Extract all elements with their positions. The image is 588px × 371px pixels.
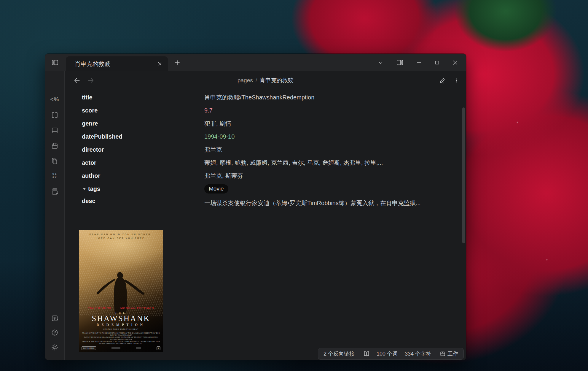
dock-item-safe[interactable]: [45, 314, 64, 322]
tab-menu-button[interactable]: [377, 59, 384, 66]
tab-title: 肖申克的救赎: [75, 60, 157, 68]
poster-rating-box: 1: [157, 346, 160, 350]
card-stack-plus-icon: [51, 188, 59, 196]
document-tab[interactable]: 肖申克的救赎: [66, 56, 168, 71]
attr-value[interactable]: 弗兰克, 斯蒂芬: [204, 172, 243, 180]
tag-movie[interactable]: Movie: [204, 184, 228, 194]
window-controls: [377, 54, 466, 71]
dock-item-calendar[interactable]: [45, 142, 64, 150]
attr-label[interactable]: title: [82, 94, 204, 101]
close-tab-button[interactable]: [157, 61, 162, 66]
dock-item-binary[interactable]: 0110: [45, 173, 64, 179]
attr-value[interactable]: 肖申克的救赎/TheShawshankRedemption: [204, 93, 314, 102]
attr-row-director: director 弗兰克: [82, 143, 457, 156]
toggle-dock-right-button[interactable]: [396, 58, 404, 66]
attr-value: Movie: [204, 184, 228, 194]
attr-value[interactable]: 犯罪, 剧情: [204, 120, 231, 128]
breadcrumb-item-current[interactable]: 肖申克的救赎: [260, 77, 294, 84]
dock-item-add-card[interactable]: [45, 188, 64, 196]
titlebar: 肖申克的救赎: [45, 54, 466, 71]
char-count: 334 个字符: [405, 350, 431, 357]
workspace-name: 工作: [447, 350, 458, 357]
open-book-icon: [363, 350, 370, 357]
attr-label[interactable]: director: [82, 146, 204, 153]
editor-area: pages / 肖申克的救赎: [65, 71, 466, 360]
help-icon: [51, 329, 59, 337]
toggle-dock-left-button[interactable]: [45, 54, 65, 71]
maximize-icon: [434, 60, 440, 66]
attr-value[interactable]: 弗兰克: [204, 146, 222, 154]
panel-left-icon: [51, 58, 59, 66]
workspace-layout-icon: [439, 351, 446, 357]
poster-title-sub: REDEMPTION: [79, 323, 163, 326]
template-icon: <%: [50, 96, 59, 103]
binary-icon: 0110: [52, 173, 57, 179]
poster-tagline-2: HOPE CAN SET YOU FREE.: [79, 237, 163, 240]
edit-mode-button[interactable]: [439, 77, 446, 84]
attribute-view: title 肖申克的救赎/TheShawshankRedemption scor…: [82, 91, 457, 208]
maximize-button[interactable]: [434, 60, 440, 66]
attr-row-datePublished: datePublished 1994-09-10: [82, 130, 457, 143]
attr-label[interactable]: score: [82, 107, 204, 114]
attr-row-genre: genre 犯罪, 剧情: [82, 117, 457, 130]
attr-value[interactable]: 9.7: [204, 107, 213, 114]
backlinks-panel-button[interactable]: [363, 350, 370, 357]
desktop-wallpaper: 肖申克的救赎: [0, 0, 588, 371]
minimize-button[interactable]: [416, 59, 422, 66]
breadcrumb: pages / 肖申克的救赎: [65, 71, 466, 90]
plus-icon: [174, 59, 181, 66]
attr-value[interactable]: 1994-09-10: [204, 133, 235, 140]
attr-label[interactable]: desc: [82, 195, 204, 204]
attr-label[interactable]: datePublished: [82, 133, 204, 140]
calendar-icon: [51, 142, 59, 150]
close-window-button[interactable]: [452, 59, 458, 66]
dock-item-help[interactable]: [45, 329, 64, 337]
attr-value[interactable]: 一场谋杀案使银行家安迪（蒂姆•罗宾斯TimRobbins饰）蒙冤入狱，在肖申克监…: [204, 195, 421, 208]
attr-label[interactable]: genre: [82, 120, 204, 127]
pages-icon: [51, 157, 59, 165]
breadcrumb-separator: /: [256, 77, 257, 84]
attr-row-author: author 弗兰克, 斯蒂芬: [82, 169, 457, 182]
attr-row-score: score 9.7: [82, 104, 457, 117]
attr-row-tags: tags Movie: [82, 182, 457, 195]
status-bar: 2 个反向链接 100 个词 334 个字符 工作: [318, 348, 464, 360]
poster-logos: CASTLEROCK 1: [79, 346, 163, 350]
left-dock: <%: [45, 71, 65, 360]
poster-actor-left: TIM ROBBINS: [88, 306, 111, 310]
attr-label[interactable]: actor: [82, 159, 204, 166]
safe-icon: [51, 314, 59, 322]
tags-collapse-toggle[interactable]: tags: [82, 186, 204, 192]
dock-item-brackets[interactable]: [45, 111, 64, 119]
poster-logo-slab: [136, 347, 141, 349]
attr-label: tags: [88, 186, 100, 192]
poster-credits: FRANK DARABONT TIM ROBBINS MORGAN FREEMA…: [81, 332, 161, 345]
poster-studio: CASTLE ROCK ENTERTAINMENT: [79, 328, 163, 330]
dock-item-book[interactable]: [45, 126, 64, 134]
vertical-scrollbar[interactable]: [462, 107, 465, 243]
panel-right-icon: [396, 58, 404, 66]
app-window: 肖申克的救赎: [45, 54, 466, 360]
breadcrumb-bar: pages / 肖申克的救赎: [65, 71, 466, 90]
dock-item-template[interactable]: <%: [45, 96, 64, 103]
doc-actions: [439, 71, 460, 90]
backlinks-count[interactable]: 2 个反向链接: [324, 350, 355, 357]
minimize-icon: [416, 59, 422, 66]
attr-label[interactable]: author: [82, 172, 204, 179]
breadcrumb-item-pages[interactable]: pages: [238, 77, 253, 84]
poster-billing-block: TIM ROBBINS MORGAN FREEMAN THE SHAWSHANK…: [79, 306, 163, 350]
poster-actor-right: MORGAN FREEMAN: [120, 306, 154, 310]
dock-item-settings[interactable]: [45, 343, 64, 351]
poster-tagline-1: FEAR CAN HOLD YOU PRISONER.: [79, 233, 163, 236]
attr-value[interactable]: 蒂姆, 摩根, 鲍勃, 威廉姆, 克兰西, 吉尔, 马克, 詹姆斯, 杰弗里, …: [204, 159, 383, 167]
attr-row-desc: desc 一场谋杀案使银行家安迪（蒂姆•罗宾斯TimRobbins饰）蒙冤入狱，…: [82, 195, 457, 208]
new-tab-button[interactable]: [174, 54, 181, 71]
gear-icon: [51, 343, 59, 351]
close-icon: [157, 61, 162, 66]
movie-poster-image[interactable]: FEAR CAN HOLD YOU PRISONER. HOPE CAN SET…: [79, 230, 163, 352]
workspace-switcher[interactable]: 工作: [439, 350, 458, 357]
more-menu-button[interactable]: [453, 77, 460, 84]
dock-item-copies[interactable]: [45, 157, 64, 165]
pencil-icon: [439, 77, 446, 84]
attr-row-actor: actor 蒂姆, 摩根, 鲍勃, 威廉姆, 克兰西, 吉尔, 马克, 詹姆斯,…: [82, 156, 457, 169]
brackets-icon: [51, 111, 59, 119]
